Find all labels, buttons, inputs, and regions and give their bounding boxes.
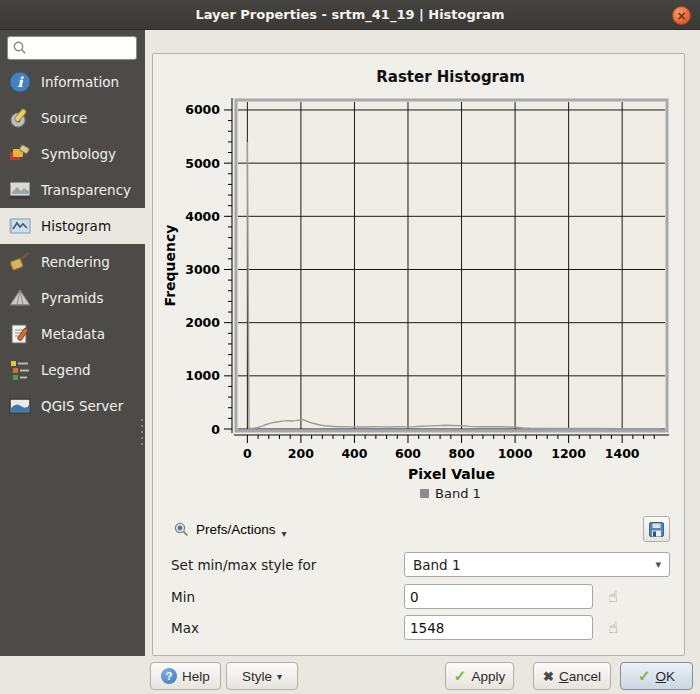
layer-properties-dialog: Layer Properties - srtm_41_19 | Histogra… — [0, 0, 700, 694]
svg-text:1000: 1000 — [185, 368, 220, 383]
information-icon: i — [8, 70, 32, 94]
svg-text:1400: 1400 — [605, 446, 640, 461]
prefs-actions-button[interactable]: Prefs/Actions ▾ — [167, 516, 293, 542]
svg-text:800: 800 — [448, 446, 474, 461]
legend-icon — [8, 358, 32, 382]
ok-check-icon: ✓ — [638, 667, 651, 685]
svg-text:400: 400 — [341, 446, 367, 461]
metadata-icon — [8, 322, 32, 346]
sidebar-item-label: Symbology — [41, 146, 116, 162]
histogram-icon — [8, 214, 32, 238]
sidebar-item-label: Histogram — [41, 218, 111, 234]
svg-text:2000: 2000 — [185, 315, 220, 330]
chevron-down-icon: ▾ — [655, 558, 661, 571]
band-select-value: Band 1 — [413, 557, 461, 573]
cancel-x-icon: ✖ — [543, 669, 554, 684]
svg-text:1000: 1000 — [498, 446, 533, 461]
sidebar-item-label: Pyramids — [41, 290, 103, 306]
svg-text:0: 0 — [243, 446, 252, 461]
sidebar-item-label: Rendering — [41, 254, 110, 270]
svg-text:4000: 4000 — [185, 209, 220, 224]
sidebar-item-pyramids[interactable]: Pyramids — [0, 280, 145, 316]
sidebar-item-histogram[interactable]: Histogram — [0, 208, 145, 244]
band1-legend-swatch — [420, 489, 429, 498]
set-minmax-label: Set min/max style for — [171, 557, 316, 573]
source-icon — [8, 106, 32, 130]
qgis-server-icon — [8, 394, 32, 418]
svg-text:Frequency: Frequency — [162, 225, 178, 307]
style-caret-icon: ▾ — [277, 671, 282, 682]
chart-legend: Band 1 — [238, 484, 663, 502]
svg-text:200: 200 — [288, 446, 314, 461]
sidebar: i Information Source Symbology Transpare… — [0, 30, 145, 656]
apply-button-label: Apply — [471, 669, 505, 684]
pyramids-icon — [8, 286, 32, 310]
sidebar-item-legend[interactable]: Legend — [0, 352, 145, 388]
cancel-button-label: Cancel — [559, 669, 601, 684]
style-button[interactable]: Style ▾ — [226, 662, 298, 690]
min-input[interactable] — [404, 584, 593, 609]
sidebar-item-transparency[interactable]: Transparency — [0, 172, 145, 208]
rendering-icon — [8, 250, 32, 274]
help-icon: ? — [161, 668, 177, 684]
sidebar-search[interactable] — [7, 36, 137, 60]
splitter-handle[interactable] — [140, 415, 144, 449]
svg-text:0: 0 — [211, 422, 220, 437]
svg-text:6000: 6000 — [185, 102, 220, 117]
svg-text:1200: 1200 — [551, 446, 586, 461]
prefs-caret-icon: ▾ — [282, 528, 287, 539]
prefs-magnifier-icon — [173, 521, 190, 538]
prefs-actions-label: Prefs/Actions — [196, 522, 276, 537]
sidebar-item-symbology[interactable]: Symbology — [0, 136, 145, 172]
svg-text:5000: 5000 — [185, 156, 220, 171]
max-pick-hand-icon[interactable]: ☝ — [603, 618, 623, 637]
apply-button[interactable]: ✓ Apply — [445, 662, 514, 690]
sidebar-item-qgis-server[interactable]: QGIS Server — [0, 388, 145, 424]
cancel-button[interactable]: ✖ Cancel — [533, 662, 611, 690]
chart-title: Raster Histogram — [238, 68, 663, 86]
sidebar-item-label: Transparency — [41, 182, 131, 198]
ok-button-label: OK — [656, 669, 676, 684]
band-select[interactable]: Band 1 ▾ — [404, 552, 670, 577]
window-title: Layer Properties - srtm_41_19 | Histogra… — [195, 7, 504, 22]
histogram-panel: Raster Histogram 02004006008001000120014… — [152, 53, 685, 656]
min-label: Min — [171, 589, 195, 605]
sidebar-item-label: Source — [41, 110, 87, 126]
apply-check-icon: ✓ — [454, 667, 467, 685]
max-label: Max — [171, 620, 199, 636]
svg-text:600: 600 — [395, 446, 421, 461]
min-pick-hand-icon[interactable]: ☝ — [603, 587, 623, 606]
help-button-label: Help — [182, 669, 210, 684]
help-button[interactable]: ? Help — [150, 662, 221, 690]
symbology-icon — [8, 142, 32, 166]
ok-button[interactable]: ✓ OK — [620, 662, 693, 690]
search-icon — [12, 40, 28, 56]
sidebar-item-metadata[interactable]: Metadata — [0, 316, 145, 352]
titlebar: Layer Properties - srtm_41_19 | Histogra… — [0, 0, 700, 30]
sidebar-item-information[interactable]: i Information — [0, 64, 145, 100]
sidebar-list: i Information Source Symbology Transpare… — [0, 64, 145, 424]
svg-text:Pixel Value: Pixel Value — [408, 466, 495, 482]
svg-text:3000: 3000 — [185, 262, 220, 277]
close-icon[interactable]: × — [672, 6, 691, 25]
max-input[interactable] — [404, 615, 593, 640]
transparency-icon — [8, 178, 32, 202]
sidebar-item-label: Information — [41, 74, 119, 90]
sidebar-item-label: Legend — [41, 362, 91, 378]
sidebar-item-rendering[interactable]: Rendering — [0, 244, 145, 280]
save-histogram-button[interactable] — [643, 516, 670, 542]
sidebar-item-source[interactable]: Source — [0, 100, 145, 136]
histogram-chart[interactable]: 0200400600800100012001400010002000300040… — [159, 96, 680, 482]
save-icon — [648, 521, 665, 538]
band1-legend-label: Band 1 — [435, 486, 481, 501]
sidebar-item-label: QGIS Server — [41, 398, 123, 414]
search-input[interactable] — [28, 41, 128, 55]
sidebar-item-label: Metadata — [41, 326, 105, 342]
style-button-label: Style — [242, 669, 272, 684]
